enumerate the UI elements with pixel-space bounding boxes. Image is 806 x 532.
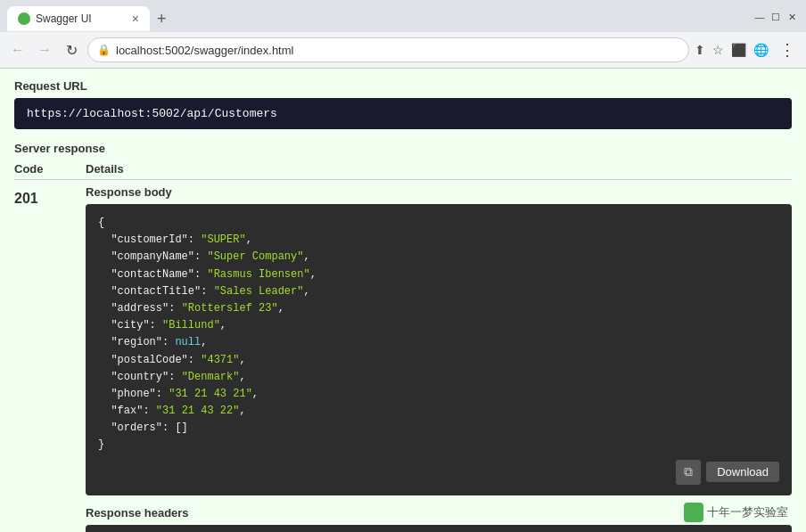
window-controls: — ☐ ✕: [753, 10, 799, 24]
maximize-button[interactable]: ☐: [769, 10, 783, 24]
tab-label: Swagger UI: [36, 12, 92, 25]
response-body-code-block: { "customerId": "SUPER", "companyName": …: [86, 204, 792, 495]
address-bar-row: ← → ↻ 🔒 localhost:5002/swagger/index.htm…: [0, 32, 806, 68]
copy-icon: ⧉: [684, 464, 693, 479]
wechat-icon: [684, 503, 703, 522]
download-button[interactable]: Download: [706, 462, 779, 482]
status-code: 201: [14, 185, 75, 207]
share-icon[interactable]: ⬆: [695, 43, 705, 57]
response-row: 201 Response body { "customerId": "SUPER…: [14, 185, 792, 532]
active-tab[interactable]: Swagger UI ×: [7, 6, 150, 31]
copy-button[interactable]: ⧉: [676, 460, 701, 485]
profile-icon[interactable]: 🌐: [753, 43, 769, 57]
tab-bar: Swagger UI × + — ☐ ✕: [0, 0, 806, 32]
watermark: 十年一梦实验室: [684, 503, 788, 522]
page-content: Request URL https://localhost:5002/api/C…: [0, 69, 806, 532]
request-url-value: https://localhost:5002/api/Customers: [14, 98, 792, 129]
minimize-button[interactable]: —: [753, 10, 767, 24]
address-text: localhost:5002/swagger/index.html: [116, 44, 679, 57]
request-url-label: Request URL: [14, 79, 792, 93]
lock-icon: 🔒: [97, 44, 111, 56]
refresh-button[interactable]: ↻: [61, 39, 82, 61]
col-details-header: Details: [86, 162, 124, 176]
watermark-text: 十年一梦实验室: [707, 504, 788, 520]
browser-chrome: Swagger UI × + — ☐ ✕ ← → ↻ 🔒 localhost:5…: [0, 0, 806, 69]
download-btn-area: ⧉ Download: [98, 460, 779, 485]
extension-icon[interactable]: ⬛: [731, 43, 746, 57]
browser-menu-button[interactable]: ⋮: [776, 38, 799, 61]
new-tab-button[interactable]: +: [157, 11, 167, 27]
col-code-header: Code: [14, 162, 86, 176]
address-box[interactable]: 🔒 localhost:5002/swagger/index.html: [87, 37, 689, 62]
bookmark-icon[interactable]: ☆: [712, 43, 724, 57]
server-response-label: Server response: [14, 142, 792, 155]
response-details: Response body { "customerId": "SUPER", "…: [86, 185, 792, 532]
address-icons: ⬆ ☆ ⬛ 🌐 ⋮: [695, 38, 799, 61]
response-headers-code-block: content-type: application/json; charset=…: [86, 525, 792, 532]
tab-close-button[interactable]: ×: [132, 12, 139, 25]
tab-favicon: [18, 12, 30, 25]
back-button[interactable]: ←: [7, 39, 29, 61]
close-button[interactable]: ✕: [785, 10, 799, 24]
response-table-header: Code Details: [14, 162, 792, 180]
forward-button[interactable]: →: [34, 39, 55, 61]
response-body-label: Response body: [86, 185, 792, 199]
